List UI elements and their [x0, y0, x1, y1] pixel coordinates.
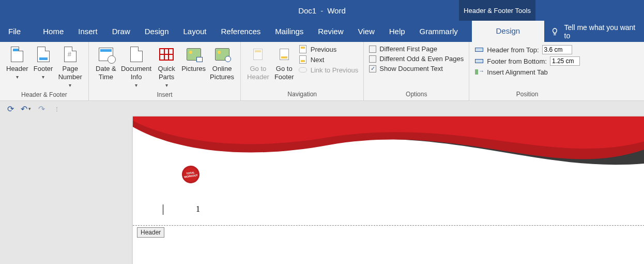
quick-parts-label: Quick Parts [158, 65, 175, 81]
different-odd-even-checkbox[interactable]: Different Odd & Even Pages [369, 55, 464, 63]
title-bar: Doc1 - Word Header & Footer Tools [0, 0, 644, 21]
tab-view[interactable]: View [350, 22, 381, 42]
chevron-down-icon: ▾ [42, 73, 44, 81]
footer-from-bottom-label: Footer from Bottom: [487, 57, 547, 65]
different-first-page-checkbox[interactable]: Different First Page [369, 45, 464, 53]
contextual-tab-label: Header & Footer Tools [464, 7, 531, 14]
go-to-header-button: Go to Header [245, 44, 271, 82]
tab-help[interactable]: Help [382, 22, 412, 42]
document-info-label: Document Info [121, 65, 151, 81]
document-page[interactable]: TOTAL WORKOUT 1 Header [133, 116, 644, 264]
header-page-number[interactable]: 1 [196, 204, 200, 214]
undo-button[interactable]: ↶▾ [21, 104, 31, 114]
app-name: Word [327, 6, 346, 15]
header-boundary-line [133, 225, 644, 226]
text-cursor [163, 204, 163, 215]
group-options: Different First Page Different Odd & Eve… [364, 42, 469, 100]
header-from-top-row: Header from Top: [474, 45, 580, 54]
group-label-options: Options [368, 89, 465, 99]
header-position-icon [474, 46, 484, 54]
tab-grammarly[interactable]: Grammarly [412, 22, 465, 42]
header-button[interactable]: Header▾ [4, 44, 30, 82]
group-label-insert: Insert [93, 90, 236, 100]
refresh-button[interactable]: ⟳ [5, 104, 16, 114]
footer-icon [37, 47, 50, 62]
alignment-tab-icon [474, 68, 484, 76]
tab-home[interactable]: Home [36, 22, 71, 42]
chevron-down-icon: ▾ [16, 73, 19, 81]
footer-label: Footer [34, 65, 53, 73]
link-to-previous-button: Link to Previous [298, 66, 359, 74]
tab-draw[interactable]: Draw [105, 22, 137, 42]
show-document-text-checkbox[interactable]: Show Document Text [369, 65, 464, 72]
footer-button[interactable]: Footer▾ [30, 44, 56, 82]
redo-button[interactable]: ↷ [36, 104, 47, 114]
tell-me-placeholder: Tell me what you want to [564, 23, 638, 40]
tab-review[interactable]: Review [311, 22, 350, 42]
logo-stamp-text: TOTAL WORKOUT [183, 170, 198, 179]
online-pictures-button[interactable]: Online Pictures [208, 44, 236, 82]
go-to-footer-icon [280, 49, 289, 60]
title-separator: - [320, 6, 323, 15]
online-pictures-icon [215, 48, 229, 61]
tab-insert[interactable]: Insert [71, 22, 105, 42]
show-document-text-label: Show Document Text [379, 65, 443, 72]
calendar-clock-icon [99, 48, 113, 61]
customize-icon: ⋮ [54, 106, 59, 112]
chevron-down-icon: ▾ [165, 81, 168, 90]
go-to-header-icon [253, 49, 263, 60]
quick-parts-button[interactable]: Quick Parts▾ [154, 44, 179, 90]
tab-references[interactable]: References [214, 22, 268, 42]
checkbox-checked-icon [369, 65, 376, 72]
insert-alignment-tab-label: Insert Alignment Tab [487, 68, 548, 76]
tab-header-footer-design[interactable]: Design [472, 21, 544, 42]
page-number-button[interactable]: Page Number▾ [56, 44, 84, 90]
document-info-button[interactable]: Document Info▾ [119, 44, 154, 90]
next-icon [298, 55, 308, 64]
customize-qat-button[interactable]: ⋮ [52, 104, 62, 114]
tell-me-search[interactable]: Tell me what you want to [544, 21, 644, 42]
different-first-page-label: Different First Page [379, 45, 437, 53]
go-to-header-label: Go to Header [247, 65, 269, 81]
quick-access-toolbar: ⟳ ↶▾ ↷ ⋮ [0, 101, 644, 116]
pictures-icon [187, 48, 201, 61]
insert-alignment-tab-button[interactable]: Insert Alignment Tab [474, 68, 580, 76]
group-navigation: Go to Header Go to Footer Previous Next … [241, 42, 364, 100]
date-time-button[interactable]: Date & Time [93, 44, 119, 82]
pictures-button[interactable]: Pictures [179, 44, 208, 82]
lightbulb-icon [550, 27, 559, 36]
header-wave-red [133, 116, 644, 189]
date-time-label: Date & Time [96, 65, 116, 81]
tab-layout[interactable]: Layout [176, 22, 213, 42]
ribbon: Header▾ Footer▾ Page Number▾ Header & Fo… [0, 42, 644, 101]
tab-design[interactable]: Design [137, 22, 176, 42]
header-from-top-input[interactable] [542, 45, 572, 54]
checkbox-icon [369, 55, 376, 63]
header-icon [11, 47, 23, 62]
checkbox-icon [369, 46, 376, 53]
footer-position-icon [474, 57, 484, 65]
different-odd-even-label: Different Odd & Even Pages [379, 55, 464, 63]
page-number-icon [64, 47, 76, 62]
ribbon-tabs: File Home Insert Draw Design Layout Refe… [0, 21, 644, 42]
group-insert: Date & Time Document Info▾ Quick Parts▾ … [89, 42, 241, 100]
window-title: Doc1 - Word [298, 6, 346, 15]
group-label-position: Position [473, 89, 581, 99]
header-region-tag: Header [137, 227, 164, 238]
chevron-down-icon: ▾ [135, 81, 137, 90]
tab-file[interactable]: File [0, 22, 29, 42]
group-header-footer: Header▾ Footer▾ Page Number▾ Header & Fo… [0, 42, 89, 100]
tab-mailings[interactable]: Mailings [268, 22, 311, 42]
footer-from-bottom-input[interactable] [550, 56, 580, 66]
go-to-footer-button[interactable]: Go to Footer [271, 44, 297, 82]
previous-icon [298, 45, 308, 53]
header-from-top-label: Header from Top: [487, 46, 539, 54]
chevron-down-icon: ▾ [69, 81, 71, 90]
page-number-label: Page Number [58, 65, 82, 81]
link-icon [298, 66, 308, 74]
previous-button[interactable]: Previous [298, 45, 359, 53]
monitor-badge-icon [196, 57, 203, 62]
next-button[interactable]: Next [298, 55, 359, 64]
next-label: Next [311, 56, 325, 64]
group-label-header-footer: Header & Footer [4, 90, 84, 100]
